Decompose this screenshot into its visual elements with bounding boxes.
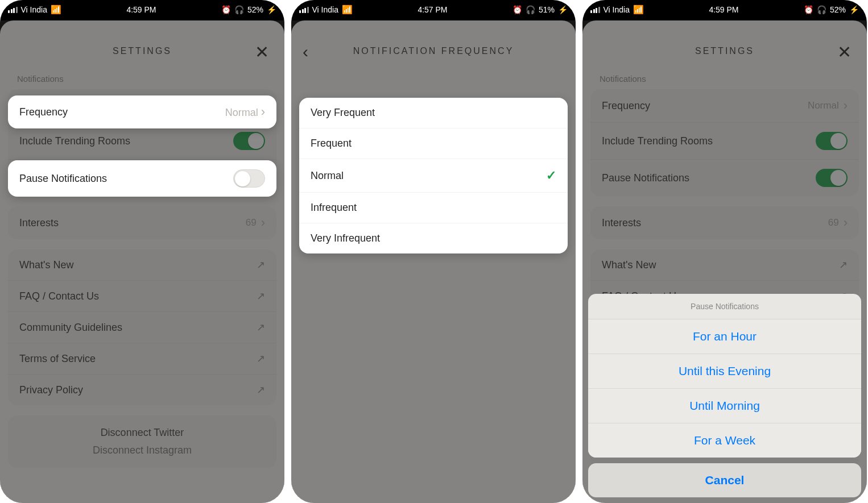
headphone-icon: 🎧 xyxy=(234,5,244,14)
status-bar: Vi India 📶 4:59 PM ⏰ 🎧 52% ⚡ xyxy=(582,0,867,16)
interests-count: 69 xyxy=(246,217,257,228)
check-icon: ✓ xyxy=(546,168,556,183)
sheet-header: ‹ NOTIFICATION FREQUENCY xyxy=(291,34,576,68)
pause-action-sheet: Pause Notifications For an Hour Until th… xyxy=(582,294,867,503)
interests-row[interactable]: Interests 69› xyxy=(590,206,859,239)
status-bar: Vi India 📶 4:59 PM ⏰ 🎧 52% ⚡ xyxy=(0,0,284,16)
frequency-options-card: Very Frequent Frequent Normal✓ Infrequen… xyxy=(299,98,568,253)
pause-label: Pause Notifications xyxy=(602,172,689,184)
cancel-button[interactable]: Cancel xyxy=(588,463,861,497)
freq-label: Frequency xyxy=(602,100,650,112)
whats-new-row[interactable]: What's New↗ xyxy=(8,250,276,281)
battery-label: 52% xyxy=(247,5,263,14)
pause-week-button[interactable]: For a Week xyxy=(588,423,861,458)
tos-row[interactable]: Terms of Service↗ xyxy=(8,343,276,375)
section-notifications: Notifications xyxy=(0,68,284,87)
interests-card: Interests 69› xyxy=(590,206,859,239)
battery-label: 52% xyxy=(830,5,846,14)
signal-icon xyxy=(590,7,600,13)
faq-label: FAQ / Contact Us xyxy=(19,290,99,302)
opt-label: Frequent xyxy=(311,138,352,149)
chevron-right-icon: › xyxy=(261,215,265,230)
status-bar: Vi India 📶 4:57 PM ⏰ 🎧 51% ⚡ xyxy=(291,0,576,16)
action-sheet-title: Pause Notifications xyxy=(588,294,861,319)
freq-value-h: Normal xyxy=(225,107,258,118)
links-card: What's New↗ FAQ / Contact Us↗ Community … xyxy=(8,250,276,405)
interests-label: Interests xyxy=(602,217,641,229)
whats-new-row[interactable]: What's New↗ xyxy=(590,250,859,281)
wifi-icon: 📶 xyxy=(342,5,353,15)
pause-label-h: Pause Notifications xyxy=(19,173,107,185)
option-infrequent[interactable]: Infrequent xyxy=(299,193,568,223)
back-icon[interactable]: ‹ xyxy=(303,42,310,61)
phone-1-settings: Vi India 📶 4:59 PM ⏰ 🎧 52% ⚡ SETTINGS ✕ … xyxy=(0,0,284,503)
alarm-icon: ⏰ xyxy=(221,5,231,14)
external-link-icon: ↗ xyxy=(257,321,265,334)
charging-icon: ⚡ xyxy=(849,5,859,14)
alarm-icon: ⏰ xyxy=(804,5,813,14)
charging-icon: ⚡ xyxy=(558,5,568,14)
frequency-row-highlight[interactable]: Frequency Normal › xyxy=(8,95,276,128)
page-title: NOTIFICATION FREQUENCY xyxy=(353,46,514,56)
wifi-icon: 📶 xyxy=(51,5,61,15)
opt-label: Very Infrequent xyxy=(311,232,380,244)
alarm-icon: ⏰ xyxy=(512,5,522,14)
pause-toggle[interactable] xyxy=(816,169,848,187)
clock-label: 4:59 PM xyxy=(709,5,738,14)
privacy-row[interactable]: Privacy Policy↗ xyxy=(8,375,276,405)
pause-morning-button[interactable]: Until Morning xyxy=(588,389,861,423)
opt-label: Very Frequent xyxy=(311,107,375,119)
settings-sheet: SETTINGS ✕ Notifications Frequency Norma… xyxy=(582,20,867,503)
chevron-right-icon: › xyxy=(261,105,265,119)
action-sheet-group: Pause Notifications For an Hour Until th… xyxy=(588,294,861,458)
pause-evening-button[interactable]: Until this Evening xyxy=(588,354,861,389)
disconnect-instagram-button[interactable]: Disconnect Instagram xyxy=(19,444,265,456)
phone-3-pause-sheet: Vi India 📶 4:59 PM ⏰ 🎧 52% ⚡ SETTINGS ✕ … xyxy=(582,0,867,503)
chevron-right-icon: › xyxy=(844,215,848,230)
carrier-label: Vi India xyxy=(312,5,338,14)
interests-card: Interests 69› xyxy=(8,206,276,239)
notifications-card: Frequency Normal› Include Trending Rooms… xyxy=(590,89,859,196)
carrier-label: Vi India xyxy=(604,5,630,14)
community-row[interactable]: Community Guidelines↗ xyxy=(8,312,276,343)
settings-sheet: SETTINGS ✕ Notifications Frequency Norma… xyxy=(0,20,284,503)
battery-label: 51% xyxy=(539,5,555,14)
interests-count: 69 xyxy=(828,217,839,228)
close-icon[interactable]: ✕ xyxy=(255,42,271,62)
sheet-header: SETTINGS ✕ xyxy=(582,34,867,68)
interests-row[interactable]: Interests 69› xyxy=(8,206,276,239)
faq-row[interactable]: FAQ / Contact Us↗ xyxy=(8,281,276,312)
clock-label: 4:57 PM xyxy=(418,5,447,14)
option-very-frequent[interactable]: Very Frequent xyxy=(299,98,568,128)
trending-toggle[interactable] xyxy=(816,132,848,150)
section-notifications: Notifications xyxy=(582,68,867,87)
frequency-sheet: ‹ NOTIFICATION FREQUENCY Very Frequent F… xyxy=(291,20,576,503)
clock-label: 4:59 PM xyxy=(126,5,156,14)
external-link-icon: ↗ xyxy=(257,259,265,271)
trending-row[interactable]: Include Trending Rooms xyxy=(590,123,859,160)
external-link-icon: ↗ xyxy=(257,290,265,302)
option-frequent[interactable]: Frequent xyxy=(299,128,568,159)
whats-new-label: What's New xyxy=(19,259,73,271)
highlight-frequency: Frequency Normal › xyxy=(8,95,276,128)
pause-row-highlight[interactable]: Pause Notifications xyxy=(8,160,276,197)
interests-label: Interests xyxy=(19,217,59,229)
wifi-icon: 📶 xyxy=(633,5,644,15)
disconnect-twitter-button[interactable]: Disconnect Twitter xyxy=(19,427,265,439)
pause-toggle-h[interactable] xyxy=(233,169,265,188)
opt-label: Infrequent xyxy=(311,202,357,214)
privacy-label: Privacy Policy xyxy=(19,384,83,396)
freq-label-h: Frequency xyxy=(19,106,68,118)
phone-2-frequency: Vi India 📶 4:57 PM ⏰ 🎧 51% ⚡ ‹ NOTIFICAT… xyxy=(291,0,576,503)
pause-row[interactable]: Pause Notifications xyxy=(590,160,859,196)
trending-toggle[interactable] xyxy=(233,132,265,150)
option-normal[interactable]: Normal✓ xyxy=(299,159,568,193)
headphone-icon: 🎧 xyxy=(526,5,535,14)
page-title: SETTINGS xyxy=(113,46,172,56)
pause-hour-button[interactable]: For an Hour xyxy=(588,319,861,354)
signal-icon xyxy=(8,7,18,13)
charging-icon: ⚡ xyxy=(267,5,276,14)
close-icon[interactable]: ✕ xyxy=(837,42,853,62)
option-very-infrequent[interactable]: Very Infrequent xyxy=(299,223,568,253)
frequency-row[interactable]: Frequency Normal› xyxy=(590,89,859,123)
